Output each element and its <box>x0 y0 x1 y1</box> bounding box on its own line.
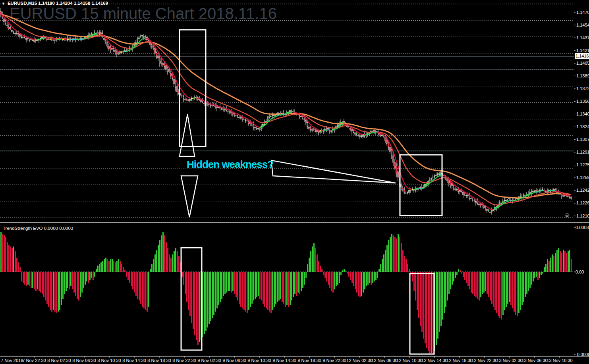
time-axis-label: 7 Nov 2018 <box>1 358 23 363</box>
time-axis-label: 12 Nov 10:30 <box>396 358 422 363</box>
price-axis-label: 1.12750 <box>576 162 589 167</box>
chart-canvas[interactable] <box>0 0 589 364</box>
price-axis-label: 1.13565 <box>576 99 589 104</box>
price-axis-label: 1.13890 <box>576 73 589 78</box>
annotation-text: Hidden weakness? <box>187 158 273 171</box>
level-lines <box>0 56 574 150</box>
time-axis-label: 12 Nov 18:30 <box>446 358 472 363</box>
price-axis-label: 1.13725 <box>576 86 589 91</box>
drawn-annotations[interactable] <box>180 30 442 354</box>
chart-window: EURUSD 15 minute Chart 2018.11.16 ▼EURUS… <box>0 0 589 364</box>
time-axis-label: 9 Nov 22:30 <box>323 358 346 363</box>
price-axis-label: 1.13400 <box>576 112 589 116</box>
time-axis-label: 7 Nov 22:30 <box>22 358 46 363</box>
symbol-ohlc-line: ▼EURUSD,M15 1.14180 1.14204 1.14158 1.14… <box>2 1 108 6</box>
price-axis-label: 1.12915 <box>576 150 589 154</box>
price-axis-label: 1.14700 <box>576 10 589 15</box>
time-axis-label: 8 Nov 10:30 <box>97 358 121 363</box>
time-axis-label: 9 Nov 02:30 <box>197 358 221 363</box>
time-axis-label: 12 Nov 22:30 <box>471 358 497 363</box>
indicator-axis-label: 0.00 <box>575 270 584 274</box>
time-axis-label: 8 Nov 18:30 <box>147 358 171 363</box>
time-axis-label: 13 Nov 10:30 <box>547 358 572 363</box>
annotation-rect-2[interactable] <box>400 155 442 216</box>
time-axis-label: 13 Nov 02:30 <box>496 358 522 363</box>
time-axis-label: 13 Nov 06:30 <box>521 358 547 363</box>
time-axis-label: 9 Nov 06:30 <box>222 358 246 363</box>
indicator-axis-label: -0.0005 <box>575 352 589 357</box>
symbol-ohlc-text: EURUSD,M15 1.14180 1.14204 1.14158 1.141… <box>8 1 108 6</box>
time-axis-label: 9 Nov 10:30 <box>247 358 271 363</box>
price-axis-label: 1.12590 <box>576 175 589 180</box>
indicator-name-label: TrendStrength EVO 0.0000 0.0003 <box>3 226 73 231</box>
price-axis-label: 1.12265 <box>576 200 589 205</box>
price-axis-label: 1.12100 <box>576 214 589 218</box>
slow-ma-line <box>1 15 571 198</box>
price-axis-label: 1.14540 <box>576 23 589 27</box>
time-axis-label: 9 Nov 18:30 <box>297 358 321 363</box>
price-axis-label: 1.14215 <box>576 48 589 53</box>
fast-ma-line <box>1 15 571 210</box>
time-axis-label: 12 Nov 06:30 <box>371 358 397 363</box>
price-axis-label: 1.13240 <box>576 124 589 129</box>
time-axis-label: 8 Nov 14:30 <box>122 358 146 363</box>
time-axis-label: 9 Nov 14:30 <box>272 358 296 363</box>
axis-chrome <box>0 0 589 358</box>
time-axis-label: 12 Nov 14:30 <box>421 358 447 363</box>
annotation-triangle-2[interactable] <box>181 176 198 217</box>
price-axis-label: 1.12425 <box>576 188 589 193</box>
symbol-dropdown-icon[interactable]: ▼ <box>2 2 5 6</box>
time-axis-label: 8 Nov 22:30 <box>172 358 196 363</box>
current-price-tag: 1.14169 <box>575 53 589 59</box>
skull-icon: ☠ <box>564 212 570 219</box>
time-axis-label: 8 Nov 06:30 <box>72 358 96 363</box>
annotation-triangle-3[interactable] <box>271 160 396 183</box>
time-axis-label: 12 Nov 02:30 <box>346 358 372 363</box>
price-axis-label: 1.14050 <box>576 61 589 65</box>
time-axis-label: 8 Nov 02:30 <box>47 358 71 363</box>
indicator-axis-label: 0.0003 <box>575 225 589 230</box>
price-axis-label: 1.14375 <box>576 35 589 40</box>
trendstrength-histogram <box>0 232 572 354</box>
price-axis-label: 1.13075 <box>576 137 589 142</box>
